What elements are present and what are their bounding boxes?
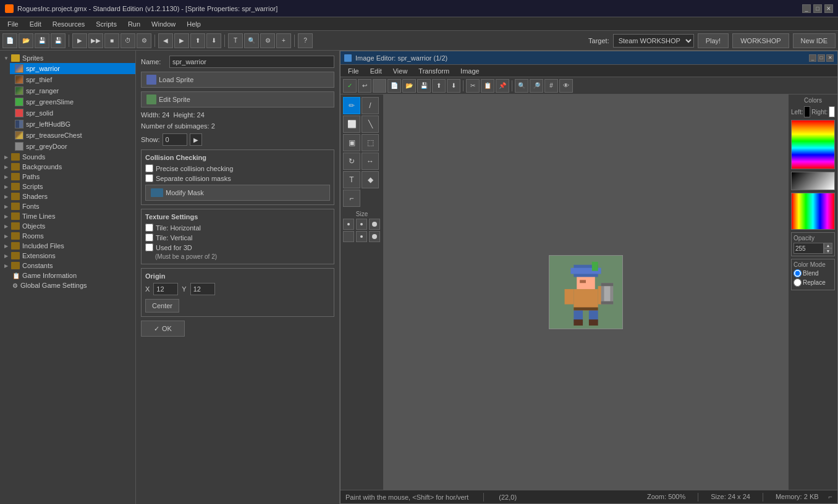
play-button[interactable]: Play! bbox=[698, 33, 729, 48]
editor-export-button[interactable]: ⬆ bbox=[432, 79, 446, 93]
menu-window[interactable]: Window bbox=[146, 19, 180, 29]
blend-radio[interactable] bbox=[794, 269, 802, 277]
color-bw-gradient[interactable] bbox=[791, 172, 835, 190]
editor-undo-button[interactable]: ↩ bbox=[358, 79, 371, 93]
diamond-tool[interactable]: ◆ bbox=[362, 171, 379, 188]
show-input[interactable] bbox=[163, 133, 187, 146]
right-color-box[interactable] bbox=[829, 106, 835, 117]
text-button[interactable]: T bbox=[228, 33, 243, 48]
tree-group-header-sounds[interactable]: ▶ Sounds bbox=[0, 152, 135, 162]
editor-close-button[interactable]: ✕ bbox=[826, 54, 834, 62]
editor-menu-edit[interactable]: Edit bbox=[365, 67, 387, 75]
editor-menu-transform[interactable]: Transform bbox=[413, 67, 454, 75]
canvas-area[interactable] bbox=[384, 94, 788, 490]
sprite-canvas[interactable] bbox=[549, 255, 623, 329]
options-button[interactable]: ⚙ bbox=[260, 33, 275, 48]
export-button[interactable]: ⬆ bbox=[190, 33, 205, 48]
diagonal-line-tool[interactable]: ╲ bbox=[362, 116, 379, 133]
new-project-button[interactable]: 📄 bbox=[2, 33, 17, 48]
editor-new-button[interactable]: 📄 bbox=[387, 79, 401, 93]
import-button[interactable]: ⬇ bbox=[206, 33, 221, 48]
prev-button[interactable]: ◀ bbox=[158, 33, 173, 48]
size-btn-1[interactable] bbox=[343, 219, 354, 230]
build-button[interactable]: ⚙ bbox=[137, 33, 151, 48]
sprite-item-greydoor[interactable]: spr_greyDoor bbox=[10, 141, 135, 152]
global-game-settings-item[interactable]: ⚙ Global Game Settings bbox=[0, 280, 135, 290]
run-debug-button[interactable]: ▶▶ bbox=[88, 33, 103, 48]
tree-group-header-extensions[interactable]: ▶ Extensions bbox=[0, 251, 135, 261]
editor-ok-button[interactable]: ✓ bbox=[343, 79, 357, 93]
size-btn-6[interactable] bbox=[369, 231, 380, 242]
editor-paste-button[interactable]: 📌 bbox=[496, 79, 509, 93]
color-hue-strip[interactable] bbox=[791, 120, 835, 169]
editor-minimize-button[interactable]: _ bbox=[809, 54, 816, 62]
clock-button[interactable]: ⏱ bbox=[121, 33, 135, 48]
pencil-tool[interactable]: ✏ bbox=[343, 97, 360, 114]
tree-group-header-constants[interactable]: ▶ Constants bbox=[0, 261, 135, 271]
tree-group-header-backgrounds[interactable]: ▶ Backgrounds bbox=[0, 162, 135, 172]
text-tool[interactable]: T bbox=[343, 171, 360, 188]
tree-group-header-scripts[interactable]: ▶ Scripts bbox=[0, 182, 135, 191]
tile-v-checkbox[interactable] bbox=[145, 233, 153, 242]
save-all-button[interactable]: 💾 bbox=[51, 33, 66, 48]
editor-window-controls[interactable]: _ □ ✕ bbox=[809, 54, 834, 62]
editor-save-button[interactable]: 💾 bbox=[417, 79, 431, 93]
rotate-tool[interactable]: ↻ bbox=[343, 153, 360, 170]
edit-sprite-button[interactable]: Edit Sprite bbox=[141, 91, 334, 107]
size-btn-2[interactable] bbox=[356, 219, 367, 230]
editor-restore-button[interactable]: □ bbox=[818, 54, 825, 62]
opacity-down-button[interactable]: ▼ bbox=[824, 248, 832, 254]
sprite-item-thief[interactable]: spr_thief bbox=[10, 74, 135, 85]
menu-edit[interactable]: Edit bbox=[25, 19, 46, 29]
menu-run[interactable]: Run bbox=[123, 19, 145, 29]
sprite-item-solid[interactable]: spr_solid bbox=[10, 107, 135, 119]
editor-menu-file[interactable]: File bbox=[343, 67, 364, 75]
open-button[interactable]: 📂 bbox=[19, 33, 33, 48]
sprite-item-treasurechest[interactable]: spr_treasureChest bbox=[10, 130, 135, 141]
menu-help[interactable]: Help bbox=[182, 19, 206, 29]
name-input[interactable] bbox=[169, 56, 334, 68]
corner-tool[interactable]: ⌐ bbox=[343, 190, 360, 207]
tile-h-checkbox[interactable] bbox=[145, 224, 153, 232]
size-btn-5[interactable] bbox=[356, 231, 367, 242]
search-button[interactable]: 🔍 bbox=[244, 33, 259, 48]
editor-import-button[interactable]: ⬇ bbox=[447, 79, 460, 93]
tree-group-header-timelines[interactable]: ▶ Time Lines bbox=[0, 211, 135, 221]
run-button[interactable]: ▶ bbox=[72, 33, 87, 48]
separate-masks-checkbox[interactable] bbox=[145, 174, 153, 182]
editor-zoom-out-button[interactable]: 🔍 bbox=[515, 79, 528, 93]
left-color-box[interactable] bbox=[804, 106, 810, 117]
editor-grid-button[interactable]: # bbox=[544, 79, 558, 93]
used-3d-checkbox[interactable] bbox=[145, 243, 153, 251]
tree-group-header-fonts[interactable]: ▶ Fonts bbox=[0, 201, 135, 211]
eraser-tool[interactable]: ⬜ bbox=[343, 116, 360, 133]
show-arrow-up[interactable]: ▶ bbox=[190, 133, 202, 146]
target-select[interactable]: Steam WORKSHOP bbox=[613, 34, 694, 48]
menu-scripts[interactable]: Scripts bbox=[91, 19, 122, 29]
sprite-item-lefthud[interactable]: spr_leftHudBG bbox=[10, 119, 135, 130]
next-button[interactable]: ▶ bbox=[174, 33, 189, 48]
sprite-item-warrior[interactable]: spr_warrior bbox=[10, 63, 135, 74]
replace-radio[interactable] bbox=[794, 279, 802, 287]
load-sprite-button[interactable]: Load Sprite bbox=[141, 72, 334, 88]
stop-button[interactable]: ■ bbox=[104, 33, 119, 48]
tree-group-header-included-files[interactable]: ▶ Included Files bbox=[0, 241, 135, 251]
menu-resources[interactable]: Resources bbox=[48, 19, 90, 29]
line-tool[interactable]: / bbox=[362, 97, 379, 114]
tree-group-header-rooms[interactable]: ▶ Rooms bbox=[0, 231, 135, 241]
precise-collision-checkbox[interactable] bbox=[145, 164, 153, 172]
fill-tool[interactable]: ▣ bbox=[343, 134, 360, 151]
game-information-item[interactable]: 📋 Game Information bbox=[0, 271, 135, 280]
editor-menu-image[interactable]: Image bbox=[455, 67, 485, 75]
add-button[interactable]: + bbox=[276, 33, 291, 48]
sprite-item-ranger[interactable]: spr_ranger bbox=[10, 85, 135, 96]
size-btn-4[interactable] bbox=[343, 231, 354, 242]
opacity-input[interactable] bbox=[794, 243, 824, 254]
close-button[interactable]: ✕ bbox=[824, 4, 833, 13]
workshop-button[interactable]: WORKSHOP bbox=[732, 33, 789, 48]
new-ide-button[interactable]: New IDE bbox=[793, 33, 836, 48]
editor-menu-view[interactable]: View bbox=[388, 67, 413, 75]
maximize-button[interactable]: □ bbox=[813, 4, 822, 13]
ok-button[interactable]: ✓ OK bbox=[141, 321, 185, 337]
tree-group-header-shaders[interactable]: ▶ Shaders bbox=[0, 191, 135, 201]
